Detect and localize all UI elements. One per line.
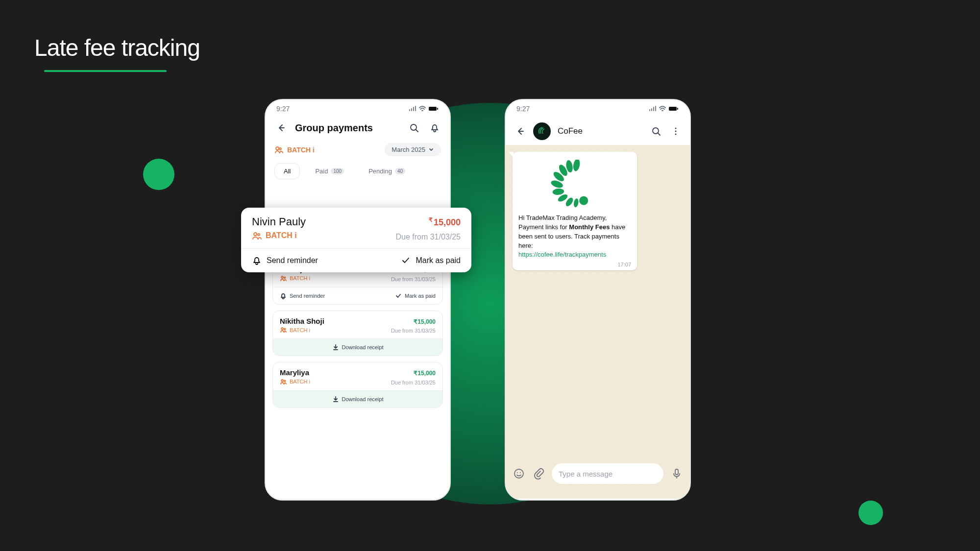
due-text: Due from 31/03/25 — [395, 233, 461, 241]
battery-icon — [668, 106, 679, 112]
svg-point-18 — [675, 134, 677, 135]
svg-point-28 — [579, 196, 588, 205]
payer-batch: BATCH i — [280, 275, 310, 281]
attach-button[interactable] — [532, 467, 545, 480]
svg-point-5 — [281, 276, 283, 278]
filter-tabs: All Paid 100 Pending 40 — [266, 163, 450, 186]
svg-point-4 — [279, 148, 281, 150]
message-input[interactable]: Type a message — [552, 463, 663, 484]
status-bar: 9:27 — [506, 100, 690, 118]
svg-point-17 — [675, 131, 677, 132]
chat-message[interactable]: Hi TradeMax Trading Academy, Payment lin… — [513, 152, 637, 270]
batch-chip[interactable]: BATCH i — [274, 146, 315, 154]
slide-heading: Late fee tracking — [34, 34, 200, 72]
cofee-logo-icon — [537, 126, 547, 137]
message-link[interactable]: https://cofee.life/trackpayments — [518, 251, 606, 258]
amount-paid: ₹15,000 — [414, 318, 436, 325]
arrow-left-icon — [515, 126, 525, 136]
send-reminder-button[interactable]: Send reminder — [280, 292, 325, 299]
due-text: Due from 31/03/25 — [391, 328, 436, 334]
payment-card-expanded[interactable]: Nivin Pauly ₹15,000 BATCH i Due from 31/… — [241, 208, 471, 272]
wifi-icon — [659, 106, 666, 112]
svg-rect-0 — [429, 107, 437, 111]
people-icon — [280, 379, 287, 384]
tab-all[interactable]: All — [274, 163, 300, 179]
battery-icon — [428, 106, 439, 112]
amount-pending: ₹15,000 — [429, 216, 461, 228]
search-button[interactable] — [650, 125, 662, 138]
payer-batch: BATCH i — [252, 231, 297, 240]
due-text: Due from 31/03/25 — [391, 276, 436, 282]
smiley-icon — [513, 468, 525, 479]
tab-pending-count: 40 — [395, 168, 405, 174]
svg-point-10 — [284, 380, 286, 382]
svg-point-31 — [520, 472, 521, 473]
tab-pending[interactable]: Pending 40 — [359, 163, 415, 179]
download-receipt-button[interactable]: Download receipt — [332, 396, 384, 403]
bg-dot-2 — [858, 501, 883, 525]
payment-card[interactable]: Maryliya ₹15,000 BATCH i Due from 31/03/… — [272, 362, 443, 408]
emoji-button[interactable] — [513, 467, 525, 480]
download-receipt-label: Download receipt — [342, 396, 384, 402]
cofee-logo-icon — [548, 160, 602, 209]
mark-as-paid-button[interactable]: Mark as paid — [395, 292, 436, 299]
svg-rect-13 — [669, 107, 677, 111]
signal-icon — [649, 106, 657, 112]
chat-header: CoFee — [506, 118, 690, 145]
status-time: 9:27 — [276, 105, 290, 113]
wifi-icon — [418, 106, 426, 112]
mark-as-paid-button[interactable]: Mark as paid — [401, 256, 461, 265]
month-selector[interactable]: March 2025 — [385, 143, 441, 156]
svg-point-11 — [254, 233, 257, 236]
mark-as-paid-label: Mark as paid — [405, 293, 436, 299]
svg-point-7 — [281, 328, 283, 330]
svg-point-19 — [572, 160, 581, 172]
notifications-button[interactable] — [428, 121, 441, 134]
mark-as-paid-label: Mark as paid — [416, 256, 461, 265]
back-button[interactable] — [514, 125, 526, 138]
svg-point-16 — [675, 128, 677, 129]
send-reminder-button[interactable]: Send reminder — [252, 256, 318, 265]
status-time: 9:27 — [516, 105, 530, 113]
chat-body[interactable]: Hi TradeMax Trading Academy, Payment lin… — [506, 145, 690, 499]
due-text: Due from 31/03/25 — [391, 380, 436, 385]
payer-batch: BATCH i — [280, 327, 310, 333]
check-icon — [395, 292, 402, 299]
phone-chat: 9:27 CoFee — [505, 99, 691, 501]
mic-button[interactable] — [670, 467, 683, 480]
app-header: Group payments — [266, 118, 450, 141]
status-icons — [649, 106, 679, 112]
payer-name: Nikitha Shoji — [280, 317, 324, 325]
tab-paid[interactable]: Paid 100 — [306, 163, 353, 179]
svg-rect-1 — [437, 108, 438, 110]
phone-app: 9:27 Group payments BATCH i March 2025 — [265, 99, 451, 501]
tab-all-label: All — [284, 168, 291, 175]
send-reminder-label: Send reminder — [267, 256, 318, 265]
tab-paid-count: 100 — [331, 168, 344, 174]
amount-value: 15,000 — [434, 217, 461, 227]
payment-card[interactable]: Nikitha Shoji ₹15,000 BATCH i Due from 3… — [272, 311, 443, 357]
batch-label: BATCH i — [287, 146, 315, 154]
download-receipt-button[interactable]: Download receipt — [332, 344, 384, 351]
avatar[interactable] — [533, 122, 551, 140]
payer-batch-label: BATCH i — [290, 379, 310, 384]
back-button[interactable] — [274, 121, 287, 134]
check-icon — [401, 256, 411, 265]
svg-point-9 — [281, 380, 283, 382]
message-input-placeholder: Type a message — [559, 470, 612, 478]
download-icon — [332, 344, 339, 351]
send-reminder-label: Send reminder — [290, 293, 325, 299]
bell-icon — [280, 292, 287, 299]
payer-batch-label: BATCH i — [290, 327, 310, 333]
paperclip-icon — [533, 468, 544, 479]
more-button[interactable] — [669, 125, 682, 138]
search-button[interactable] — [408, 121, 420, 134]
message-text: Hi TradeMax Trading Academy, Payment lin… — [518, 214, 631, 260]
payer-name: Maryliya — [280, 368, 309, 377]
more-vertical-icon — [671, 126, 681, 136]
mic-icon — [671, 468, 683, 479]
tab-paid-label: Paid — [315, 168, 328, 175]
download-receipt-label: Download receipt — [342, 344, 384, 350]
svg-point-12 — [258, 234, 260, 236]
message-logo — [518, 158, 631, 214]
